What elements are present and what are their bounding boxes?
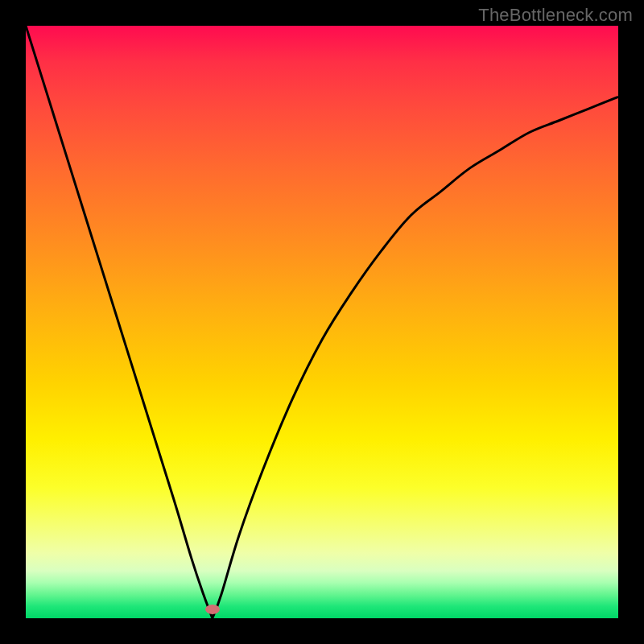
watermark-text: TheBottleneck.com (478, 5, 633, 26)
chart-frame: TheBottleneck.com (0, 0, 644, 644)
plot-area (26, 26, 618, 618)
minimum-marker (205, 605, 220, 614)
bottleneck-curve (26, 26, 618, 618)
